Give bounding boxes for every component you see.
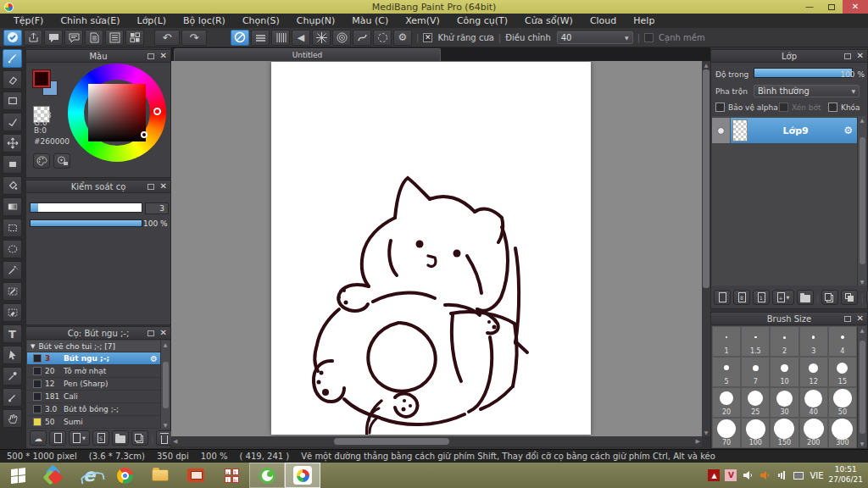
brush-item[interactable]: 12Pen (Sharp) <box>27 378 160 391</box>
fill-rect-tool[interactable] <box>3 155 22 174</box>
eraser-tool[interactable] <box>3 70 22 89</box>
layer-visibility-toggle[interactable] <box>712 118 731 143</box>
save-check-button[interactable] <box>3 30 22 46</box>
correction-dropdown[interactable]: 40▼ <box>557 31 633 44</box>
brush-size-cell[interactable]: 150 <box>770 418 798 448</box>
menu-item[interactable]: Bộ lọc(R) <box>175 14 234 28</box>
start-button[interactable] <box>0 463 36 488</box>
polyline-tool[interactable] <box>3 113 22 131</box>
brush-size-cell[interactable]: 20 <box>712 387 741 418</box>
duplicate-layer-button[interactable] <box>821 290 838 305</box>
menu-item[interactable]: Tệp(F) <box>5 14 52 28</box>
color-wheel[interactable] <box>68 64 166 162</box>
blend-mode-dropdown[interactable]: Bình thường▼ <box>754 85 860 97</box>
add-brush-menu-button[interactable]: ▼ <box>69 430 90 446</box>
close-panel-icon[interactable]: ✕ <box>160 182 167 191</box>
brush-size-cell[interactable]: 50 <box>828 387 857 418</box>
volume-icon[interactable] <box>742 469 754 481</box>
lasso-tool[interactable] <box>3 240 22 258</box>
brush-opacity-slider[interactable] <box>30 219 142 227</box>
spiral-button[interactable] <box>332 30 351 46</box>
shape-tool[interactable] <box>3 92 22 110</box>
chat-button[interactable] <box>64 30 83 46</box>
soft-edge-checkbox[interactable]: ✕ <box>644 33 654 42</box>
canvas-vertical-scrollbar[interactable]: ▲▼ <box>702 61 710 436</box>
move-tool[interactable] <box>3 134 22 152</box>
brush-size-cell[interactable]: 5 <box>712 357 741 387</box>
brush-size-cell[interactable]: 200 <box>799 418 828 448</box>
close-panel-icon[interactable]: ✕ <box>857 52 864 60</box>
menu-item[interactable]: Chụp(N) <box>288 14 343 28</box>
new-brush-button[interactable] <box>49 430 66 446</box>
taskbar-internet-explorer[interactable]: e <box>71 463 107 488</box>
v-app-icon[interactable]: V <box>725 469 737 481</box>
canvas-viewport[interactable] <box>171 61 702 436</box>
brush-settings-gear-button[interactable]: ⚙ <box>393 30 412 46</box>
language-indicator[interactable]: VIE <box>810 471 823 480</box>
add-layer-menu-button[interactable]: +▼ <box>772 290 794 305</box>
brush-item[interactable]: 50Sumi <box>27 416 160 429</box>
brush-size-cell[interactable]: 2 <box>770 326 798 357</box>
brush-size-cell[interactable]: 25 <box>741 387 770 418</box>
menu-item[interactable]: Công cụ(T) <box>448 14 516 28</box>
publish-button[interactable] <box>24 30 42 46</box>
alpha-lock-checkbox[interactable]: ✕Bảo vệ alpha <box>715 103 778 112</box>
magic-wand-tool[interactable] <box>3 261 22 280</box>
palette-button[interactable] <box>33 153 50 169</box>
layer-gear-icon[interactable]: ⚙ <box>843 125 853 136</box>
brush-size-cell[interactable]: 12 <box>799 357 828 387</box>
headset-volume-icon[interactable] <box>759 469 771 481</box>
brush-gear-icon[interactable]: ⚙ <box>150 354 158 363</box>
taskbar-powerpoint[interactable] <box>178 463 214 488</box>
brush-item[interactable]: 3Bút ngu ;-;⚙ <box>27 352 160 365</box>
layer-scrollbar[interactable]: ▲▼ <box>857 116 866 286</box>
menu-item[interactable]: Cloud <box>581 14 625 28</box>
minimize-button[interactable]: — <box>798 0 821 14</box>
lock-checkbox[interactable]: ✕Khóa <box>828 103 860 112</box>
duplicate-brush-button[interactable] <box>131 430 148 446</box>
brush-size-cell[interactable]: 30 <box>770 387 798 418</box>
antialias-checkbox[interactable]: ✕ <box>423 33 432 42</box>
operation-tool[interactable] <box>3 346 22 364</box>
eyedropper-tool[interactable] <box>3 367 22 385</box>
dashed-circle-button[interactable] <box>373 30 392 46</box>
grid-button[interactable] <box>125 30 144 46</box>
redo-button[interactable]: ↷ <box>181 30 207 46</box>
menu-item[interactable]: Chọn(S) <box>234 14 288 28</box>
menu-item[interactable]: Lớp(L) <box>129 14 175 28</box>
brush-size-cell[interactable]: 1.5 <box>741 326 770 357</box>
palette-add-button[interactable] <box>53 153 70 169</box>
select-eraser-tool[interactable] <box>3 303 22 322</box>
taskbar-bluestacks[interactable] <box>36 463 71 488</box>
new-8bit-layer-button[interactable]: 8 <box>733 290 750 305</box>
new-1bit-layer-button[interactable]: 1 <box>753 290 770 305</box>
brush-item[interactable]: 20Tô mờ nhạt <box>27 365 160 378</box>
brush-size-cell[interactable]: 3 <box>799 326 828 357</box>
select-tool[interactable] <box>3 219 22 237</box>
brush-size-cell[interactable]: 40 <box>799 387 828 418</box>
parallel-lines-button[interactable] <box>251 30 270 46</box>
saturation-square[interactable] <box>88 84 146 141</box>
close-button[interactable]: ✕ <box>843 0 868 14</box>
hand-tool[interactable] <box>3 409 22 428</box>
script-brush-button[interactable]: S <box>92 430 109 446</box>
divide-tool[interactable] <box>3 388 22 407</box>
new-layer-folder-button[interactable] <box>797 290 814 305</box>
menu-item[interactable]: Xem(V) <box>397 14 448 28</box>
brush-item[interactable]: 3.0Bút tô bóng ;-; <box>27 403 160 416</box>
adobe-reader-icon[interactable]: ▲ <box>708 469 720 481</box>
taskbar-clock[interactable]: 10:51 27/06/21 <box>829 465 863 485</box>
burst-button[interactable] <box>312 30 331 46</box>
menu-item[interactable]: Help <box>625 14 663 28</box>
taskbar-typing-tool[interactable]: utin <box>214 463 249 488</box>
brush-list-scrollbar[interactable]: ▲▼ <box>160 341 170 429</box>
triangle-button[interactable]: ◀ <box>292 30 310 46</box>
network-icon[interactable] <box>793 469 804 481</box>
taskbar-medibang[interactable] <box>285 463 320 488</box>
foreground-color-swatch[interactable] <box>33 70 50 87</box>
taskbar-file-explorer[interactable] <box>142 463 178 488</box>
brush-size-cell[interactable]: 15 <box>828 357 857 387</box>
canvas-horizontal-scrollbar[interactable]: ◀ ▶ <box>171 436 702 446</box>
brush-size-cell[interactable]: 70 <box>712 418 741 448</box>
brush-folder-row[interactable]: ▼ Bút vẽ cho tui ;-; [7] <box>27 341 160 352</box>
